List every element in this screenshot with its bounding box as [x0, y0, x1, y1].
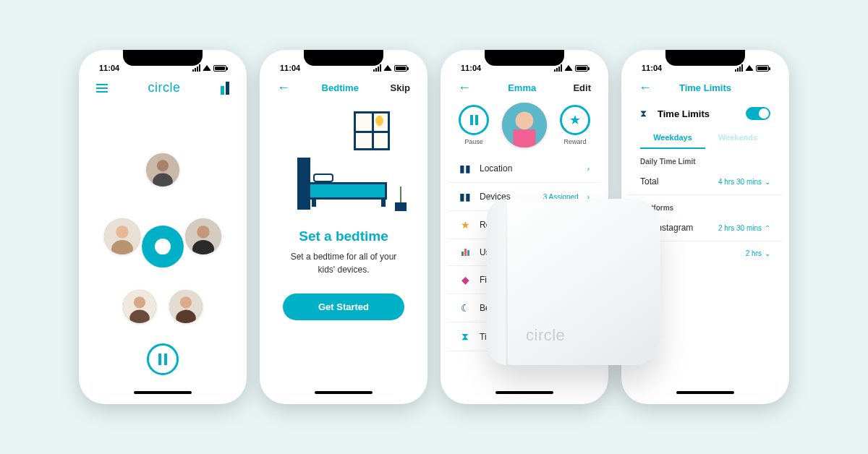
section-daily: Daily Time Limit: [629, 149, 782, 168]
filter-icon: ◆: [459, 274, 471, 286]
pause-button[interactable]: Pause: [459, 105, 489, 145]
wifi-icon: [745, 65, 754, 71]
svg-point-10: [134, 296, 145, 308]
home-indicator: [495, 391, 553, 394]
avatar[interactable]: [169, 290, 203, 323]
back-button[interactable]: ←: [639, 80, 652, 95]
wifi-icon: [203, 65, 211, 71]
avatar[interactable]: [146, 153, 179, 187]
status-bar: 11:04: [267, 57, 420, 76]
center-ring-icon[interactable]: [142, 226, 184, 267]
tab-weekends[interactable]: Weekends: [705, 127, 770, 149]
signal-icon: [373, 64, 381, 72]
avatar[interactable]: [104, 218, 140, 254]
profile-avatar[interactable]: [502, 103, 547, 147]
chevron-up-icon: ⌃: [765, 224, 770, 232]
signal-icon: [554, 64, 562, 72]
device-status-icon[interactable]: [221, 82, 229, 95]
usage-icon: [459, 249, 471, 256]
battery-icon: [575, 65, 588, 72]
nav-title: Bedtime: [322, 82, 359, 93]
signal-icon: [192, 64, 200, 72]
chevron-down-icon: ⌄: [765, 178, 770, 186]
svg-point-1: [157, 160, 169, 171]
devices-icon: ▮▮: [459, 191, 471, 202]
avatar[interactable]: [185, 218, 221, 254]
svg-point-4: [116, 226, 129, 239]
bedtime-illustration: [274, 107, 413, 223]
reward-icon: ★: [459, 219, 471, 231]
timelimits-heading: Time Limits: [658, 108, 710, 119]
status-bar: 11:04: [86, 57, 239, 76]
status-time: 11:04: [642, 64, 662, 72]
tab-weekdays[interactable]: Weekdays: [640, 127, 705, 149]
reward-button[interactable]: ★ Reward: [560, 105, 590, 145]
family-ring: [86, 100, 239, 397]
menu-item-location[interactable]: ▮▮ Location ›: [448, 155, 601, 183]
chevron-down-icon: ⌄: [765, 249, 770, 257]
menu-icon[interactable]: [96, 82, 108, 95]
wifi-icon: [564, 65, 573, 71]
back-button[interactable]: ←: [458, 80, 471, 95]
home-indicator: [676, 391, 734, 394]
time-icon: ⧗: [459, 330, 471, 343]
status-time: 11:04: [99, 64, 119, 72]
avatar[interactable]: [123, 290, 156, 323]
row-total[interactable]: Total 4 hrs 30 mins⌄: [629, 168, 782, 195]
svg-point-13: [180, 296, 192, 308]
battery-icon: [756, 65, 769, 72]
wifi-icon: [383, 65, 392, 71]
svg-rect-17: [514, 129, 536, 147]
phone-home: 11:04 circle: [79, 50, 247, 404]
pause-label: Pause: [464, 138, 483, 145]
location-icon: ▮▮: [459, 163, 471, 174]
phone-bedtime: 11:04 ← Bedtime Skip: [260, 50, 427, 404]
page-title: Set a bedtime: [267, 228, 420, 244]
status-bar: 11:04: [629, 57, 782, 76]
circle-device: circle: [487, 199, 660, 365]
reward-label: Reward: [563, 138, 586, 145]
product-showcase: 11:04 circle: [79, 50, 789, 404]
timelimits-toggle[interactable]: [746, 107, 770, 120]
back-button[interactable]: ←: [277, 80, 290, 95]
home-indicator: [315, 391, 373, 394]
status-time: 11:04: [461, 64, 481, 72]
hourglass-icon: ⧗: [640, 108, 650, 119]
svg-point-7: [197, 226, 210, 239]
battery-icon: [394, 65, 407, 72]
nav-title: Time Limits: [679, 82, 731, 93]
svg-point-16: [516, 111, 534, 129]
get-started-button[interactable]: Get Started: [283, 294, 404, 320]
moon-icon: [375, 115, 387, 127]
status-time: 11:04: [280, 64, 300, 72]
device-brand: circle: [526, 326, 565, 345]
signal-icon: [735, 64, 743, 72]
home-indicator: [134, 391, 192, 394]
status-bar: 11:04: [448, 57, 601, 76]
skip-button[interactable]: Skip: [391, 82, 410, 93]
pause-all-button[interactable]: [147, 343, 179, 375]
chevron-right-icon: ›: [587, 165, 590, 173]
profile-name: Emma: [508, 82, 536, 93]
bedtime-icon: ☾: [459, 302, 471, 314]
edit-button[interactable]: Edit: [573, 82, 591, 93]
battery-icon: [213, 65, 226, 72]
app-brand: circle: [148, 80, 180, 95]
page-subtitle: Set a bedtime for all of your kids' devi…: [287, 250, 400, 276]
